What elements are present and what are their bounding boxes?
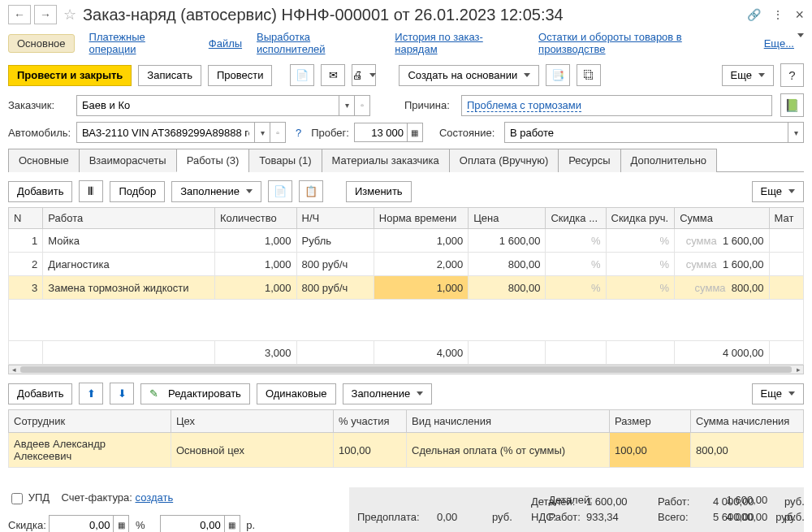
col-sum[interactable]: Сумма [675,208,769,229]
wcol-pct[interactable]: % участия [334,410,407,433]
create-based-on-button[interactable]: Создать на основании [399,65,539,86]
nav-history[interactable]: История по заказ-нарядам [395,31,524,55]
mail-icon-button[interactable]: ✉ [321,64,345,86]
nav-back-button[interactable]: ← [8,5,31,24]
tab-settlements[interactable]: Взаиморасчеты [79,149,177,172]
table-row[interactable]: 2 Диагностика 1,000 800 руб/ч 2,000 800,… [9,253,804,276]
customer-input[interactable] [77,99,339,111]
currency4: руб. [784,511,812,523]
scroll-right-icon[interactable]: ▸ [793,365,803,374]
post-button[interactable]: Провести [208,65,273,86]
arrow-right-icon: → [40,8,51,21]
col-norm[interactable]: Норма времени [374,208,468,229]
save-button[interactable]: Записать [138,65,201,86]
wcol-size[interactable]: Размер [610,410,691,433]
copy-icon-button[interactable]: 📑 [546,64,570,86]
kebab-menu-icon[interactable]: ⋮ [772,8,784,21]
customer-combo[interactable]: ▾ ▫ [76,95,370,116]
state-input[interactable] [505,127,788,139]
favorite-star-icon[interactable]: ☆ [63,6,76,24]
grid-barcode-button[interactable]: 𝄃𝄃 [79,180,103,202]
tab-main[interactable]: Основные [8,149,80,172]
doc-icon-button[interactable]: 📄 [290,64,314,86]
col-rate[interactable]: Н/Ч [296,208,374,229]
nav-payments[interactable]: Платежные операции [89,31,194,55]
copy-icon: 📑 [551,69,564,81]
col-price[interactable]: Цена [469,208,546,229]
nav-workload[interactable]: Выработка исполнителей [257,31,380,55]
reason-combo[interactable]: Проблема с тормозами [461,95,772,116]
workers-edit-button[interactable]: ✎ Редактировать [140,383,249,404]
close-icon[interactable]: × [795,6,804,24]
calc-icon[interactable]: ▦ [407,123,423,142]
col-qty[interactable]: Количество [215,208,297,229]
col-mat[interactable]: Мат [769,208,803,229]
state-combo[interactable]: ▾ [504,122,804,143]
col-n[interactable]: N [9,208,43,229]
wcol-shop[interactable]: Цех [171,410,334,433]
nav-main[interactable]: Основное [8,34,75,53]
scroll-left-icon[interactable]: ◂ [9,365,19,374]
tab-works[interactable]: Работы (3) [176,149,250,172]
chevron-down-icon[interactable]: ▾ [254,123,270,142]
link-icon[interactable]: 🔗 [747,8,761,21]
tab-goods[interactable]: Товары (1) [248,149,322,172]
workers-down-button[interactable]: ⬇ [110,383,134,404]
tab-customer-materials[interactable]: Материалы заказчика [322,149,450,172]
chevron-down-icon[interactable]: ▾ [339,96,354,115]
workers-add-button[interactable]: Добавить [8,383,72,404]
calc-icon[interactable]: ▦ [113,515,129,532]
nav-stock[interactable]: Остатки и обороты товаров в производстве [538,31,749,55]
wcol-kind[interactable]: Вид начисления [407,410,610,433]
grid-fill-button[interactable]: Заполнение [171,181,261,202]
mileage-input[interactable] [354,123,408,142]
invoice-create-link[interactable]: создать [136,491,174,504]
car-help-link[interactable]: ? [296,127,301,139]
table-row-selected[interactable]: 3 Замена тормозной жидкости 1,000 800 ру… [9,276,804,300]
calc-icon[interactable]: ▦ [224,515,240,532]
nav-more[interactable]: Еще... [764,37,804,50]
structure-icon-button[interactable]: ⿻ [577,64,601,86]
grid-pick-button[interactable]: Подбор [110,181,165,202]
upd-checkbox[interactable] [11,493,23,504]
workers-fill-button[interactable]: Заполнение [343,383,433,404]
tab-resources[interactable]: Ресурсы [558,149,620,172]
h-scrollbar[interactable]: ◂ ▸ [8,365,804,374]
file-icon: 📄 [296,69,309,81]
grid-paste-button[interactable]: 📋 [299,180,323,202]
table-row[interactable]: 1 Мойка 1,000 Рубль 1,000 1 600,00 % % с… [9,229,804,253]
post-and-close-button[interactable]: Провести и закрыть [8,65,132,86]
col-discount[interactable]: Скидка ... [546,208,606,229]
help-button[interactable]: ? [780,63,804,87]
toolbar-more-button[interactable]: Еще [722,65,774,86]
col-discount-manual[interactable]: Скидка руч. [606,208,675,229]
grid-more-button[interactable]: Еще [752,181,804,202]
workers-up-button[interactable]: ⬆ [79,383,103,404]
details-label2: Деталей: [531,495,580,508]
open-icon[interactable]: ▫ [354,96,369,115]
car-combo[interactable]: ▾ ▫ [76,122,286,143]
col-work[interactable]: Работа [43,208,215,229]
wcol-employee[interactable]: Сотрудник [9,410,171,433]
grid-add-button[interactable]: Добавить [8,181,72,202]
grid-change-button[interactable]: Изменить [346,181,412,202]
workers-same-button[interactable]: Одинаковые [257,383,336,404]
arrow-up-icon: ⬆ [87,387,96,400]
nav-forward-button[interactable]: → [34,5,57,24]
reason-link[interactable]: Проблема с тормозами [467,99,581,112]
scroll-thumb[interactable] [20,366,792,373]
grid-copy-button[interactable]: 📄 [268,180,292,202]
car-input[interactable] [77,127,254,139]
discount-amount-input[interactable] [160,515,225,532]
discount-percent-input[interactable] [49,515,114,532]
chevron-down-icon[interactable]: ▾ [788,123,803,142]
open-icon[interactable]: ▫ [270,123,285,142]
tab-extra[interactable]: Дополнительно [620,149,718,172]
nav-files[interactable]: Файлы [209,37,242,50]
print-button[interactable]: 🖨 [352,64,376,86]
worker-row[interactable]: Авдеев Александр Алексеевич Основной цех… [9,433,804,468]
workers-more-button[interactable]: Еще [752,383,804,404]
wcol-sum[interactable]: Сумма начисления [691,410,804,433]
reason-pick-button[interactable]: 📗 [780,93,804,117]
tab-payment[interactable]: Оплата (Вручную) [449,149,559,172]
